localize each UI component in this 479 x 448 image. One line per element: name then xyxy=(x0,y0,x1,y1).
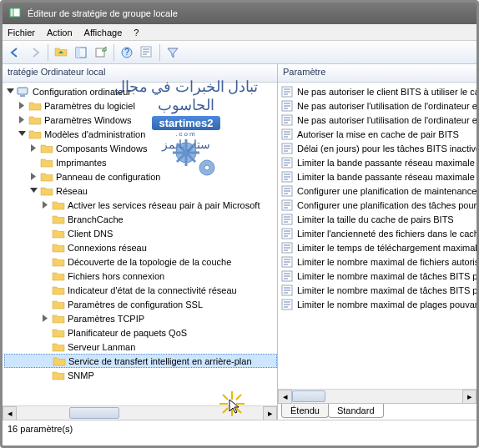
list-item[interactable]: Autoriser la mise en cache de pair BITS xyxy=(278,127,476,141)
scroll-left-icon[interactable]: ◂ xyxy=(3,406,17,420)
policy-tree[interactable]: Configuration ordinateur Paramètres du l… xyxy=(3,83,277,405)
tree-item[interactable]: Réseau xyxy=(4,184,277,198)
scroll-left-icon[interactable]: ◂ xyxy=(278,390,292,404)
tree-hscroll[interactable]: ◂ ▸ xyxy=(3,405,277,420)
app-icon xyxy=(9,7,23,20)
list-item[interactable]: Limiter le nombre maximal de fichiers au… xyxy=(278,254,476,269)
toolbar: ? xyxy=(3,41,476,64)
list-item-label: Limiter la taille du cache de pairs BITS xyxy=(297,214,454,224)
tree-root[interactable]: Configuration ordinateur xyxy=(4,84,277,98)
tree-item[interactable]: SNMP xyxy=(4,368,277,382)
list-item[interactable]: Configurer une planification de maintena… xyxy=(278,184,476,198)
tree-label: Composants Windows xyxy=(56,143,147,154)
list-item[interactable]: Configurer une planification des tâches … xyxy=(278,198,476,212)
setting-icon xyxy=(281,185,295,197)
list-item-label: Ne pas autoriser l'utilisation de l'ordi… xyxy=(297,115,476,125)
list-item[interactable]: Limiter le temps de téléchargement maxim… xyxy=(278,240,476,254)
up-button[interactable] xyxy=(52,43,70,62)
list-item-label: Limiter le nombre maximal de fichiers au… xyxy=(297,257,476,267)
setting-icon xyxy=(281,256,295,268)
status-text: 16 paramètre(s) xyxy=(8,424,73,434)
properties-button[interactable] xyxy=(138,43,156,62)
tree-item-selected[interactable]: Service de transfert intelligent en arri… xyxy=(4,354,277,368)
tree-item[interactable]: Client DNS xyxy=(4,226,277,240)
list-item[interactable]: Limiter le nombre maximal de plages pouv… xyxy=(278,297,476,311)
setting-icon xyxy=(281,270,295,282)
setting-icon xyxy=(281,228,295,239)
tree-label: Indicateur d'état de la connectivité rés… xyxy=(68,285,237,295)
settings-list[interactable]: Ne pas autoriser le client BITS à utilis… xyxy=(278,83,476,389)
setting-icon xyxy=(281,199,295,211)
list-hscroll[interactable]: ◂ ▸ xyxy=(278,389,476,403)
menu-bar: Fichier Action Affichage ? xyxy=(3,24,476,41)
tree-item[interactable]: Serveur Lanman xyxy=(4,340,277,354)
list-item-label: Limiter la bande passante réseau maximal… xyxy=(297,172,476,182)
show-tree-button[interactable] xyxy=(72,43,90,62)
list-item[interactable]: Limiter le nombre maximal de tâches BITS… xyxy=(278,269,476,283)
setting-icon xyxy=(281,242,295,254)
tree-item[interactable]: Planificateur de paquets QoS xyxy=(4,325,277,340)
filter-button[interactable] xyxy=(164,43,182,62)
menu-file[interactable]: Fichier xyxy=(8,28,35,38)
setting-icon xyxy=(281,100,295,112)
tab-standard[interactable]: Standard xyxy=(328,404,384,418)
tree-label: Panneau de configuration xyxy=(56,172,160,182)
menu-view[interactable]: Affichage xyxy=(84,28,123,38)
list-item-label: Limiter le nombre maximal de plages pouv… xyxy=(297,300,476,310)
menu-help[interactable]: ? xyxy=(134,28,139,38)
scroll-thumb[interactable] xyxy=(292,390,325,402)
list-item[interactable]: Limiter le nombre maximal de tâches BITS… xyxy=(278,283,476,297)
list-item[interactable]: Limiter la bande passante réseau maximal… xyxy=(278,169,476,184)
menu-action[interactable]: Action xyxy=(47,28,73,38)
tree-label: BranchCache xyxy=(68,214,124,224)
tree-item[interactable]: Indicateur d'état de la connectivité rés… xyxy=(4,283,277,297)
tree-label: Paramètres TCPIP xyxy=(68,314,144,324)
window-title: Éditeur de stratégie de groupe locale xyxy=(28,8,178,18)
tree-item[interactable]: Connexions réseau xyxy=(4,240,277,254)
tree-item[interactable]: Modèles d'administration xyxy=(4,127,277,141)
scroll-thumb[interactable] xyxy=(69,407,119,419)
setting-icon xyxy=(281,157,295,169)
svg-rect-9 xyxy=(76,48,80,58)
tree-item[interactable]: Activer les services réseau pair à pair … xyxy=(4,198,277,212)
tree-item[interactable]: Paramètres du logiciel xyxy=(4,98,277,113)
list-item[interactable]: Ne pas autoriser l'utilisation de l'ordi… xyxy=(278,98,476,113)
tree-item[interactable]: BranchCache xyxy=(4,212,277,226)
list-item[interactable]: Délai (en jours) pour les tâches BITS in… xyxy=(278,141,476,155)
tree-item[interactable]: Composants Windows xyxy=(4,141,277,155)
setting-icon xyxy=(281,299,295,310)
tree-label: Activer les services réseau pair à pair … xyxy=(68,200,260,210)
tree-item[interactable]: Fichiers hors connexion xyxy=(4,269,277,283)
help-button[interactable]: ? xyxy=(118,43,136,62)
status-bar: 16 paramètre(s) xyxy=(3,420,476,436)
setting-icon xyxy=(281,143,295,154)
tree-item[interactable]: Panneau de configuration xyxy=(4,169,277,184)
back-button[interactable] xyxy=(6,43,24,62)
list-item[interactable]: Ne pas autoriser l'utilisation de l'ordi… xyxy=(278,113,476,127)
tree-label: Configuration ordinateur xyxy=(33,87,131,97)
forward-button[interactable] xyxy=(26,43,44,62)
setting-icon xyxy=(281,214,295,225)
setting-icon xyxy=(281,171,295,183)
tree-label: Connexions réseau xyxy=(68,243,147,253)
list-item-label: Limiter le nombre maximal de tâches BITS… xyxy=(297,271,476,281)
list-item[interactable]: Ne pas autoriser le client BITS à utilis… xyxy=(278,84,476,98)
tree-item[interactable]: Paramètres de configuration SSL xyxy=(4,297,277,311)
list-header[interactable]: Paramètre xyxy=(278,64,476,83)
tab-extended[interactable]: Étendu xyxy=(281,404,329,418)
scroll-right-icon[interactable]: ▸ xyxy=(263,406,277,420)
list-item-label: Limiter l'ancienneté des fichiers dans l… xyxy=(297,229,476,239)
list-item[interactable]: Limiter la taille du cache de pairs BITS xyxy=(278,212,476,226)
list-item-label: Configurer une planification de maintena… xyxy=(297,186,476,196)
tree-item[interactable]: Paramètres TCPIP xyxy=(4,311,277,325)
list-item[interactable]: Limiter l'ancienneté des fichiers dans l… xyxy=(278,226,476,240)
export-button[interactable] xyxy=(92,43,110,62)
tree-label: Paramètres de configuration SSL xyxy=(68,300,203,310)
tree-header: tratégie Ordinateur local xyxy=(3,64,277,83)
tree-item[interactable]: Découverte de la topologie de la couche xyxy=(4,254,277,269)
tree-item[interactable]: Paramètres Windows xyxy=(4,113,277,127)
list-item[interactable]: Limiter la bande passante réseau maximal… xyxy=(278,155,476,169)
tree-item[interactable]: Imprimantes xyxy=(4,155,277,169)
scroll-right-icon[interactable]: ▸ xyxy=(462,390,476,404)
tree-label: SNMP xyxy=(68,370,94,380)
